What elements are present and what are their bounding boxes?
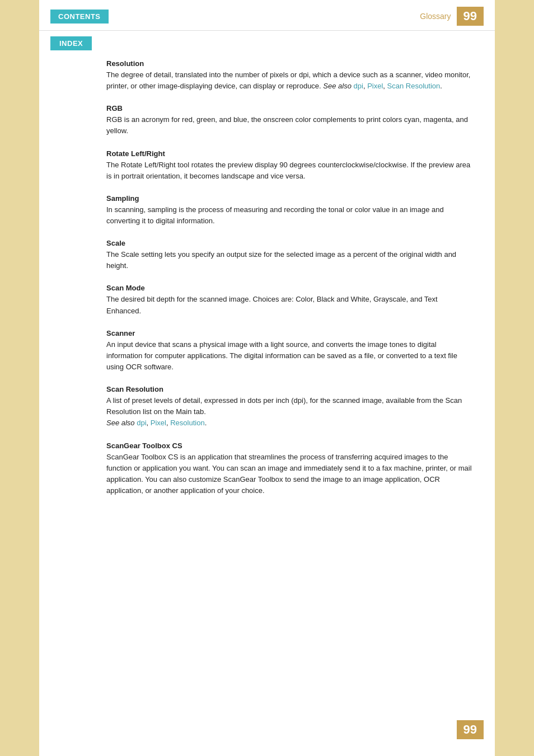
def-scanresolution: A list of preset levels of detail, expre… [106, 395, 472, 429]
def-scanmode: The desired bit depth for the scanned im… [106, 294, 472, 316]
page-number-top: 99 [457, 7, 484, 26]
term-scanner: Scanner [106, 329, 472, 337]
entry-scanresolution: Scan Resolution A list of preset levels … [106, 385, 472, 429]
entry-scangear: ScanGear Toolbox CS ScanGear Toolbox CS … [106, 442, 472, 497]
def-scale: The Scale setting lets you specify an ou… [106, 249, 472, 271]
term-scanmode: Scan Mode [106, 284, 472, 292]
entry-rgb: RGB RGB is an acronym for red, green, an… [106, 104, 472, 137]
entry-rotate: Rotate Left/Right The Rotate Left/Right … [106, 149, 472, 182]
term-scangear: ScanGear Toolbox CS [106, 442, 472, 450]
def-resolution: The degree of detail, translated into th… [106, 69, 472, 92]
term-resolution: Resolution [106, 59, 472, 68]
entry-scanmode: Scan Mode The desired bit depth for the … [106, 284, 472, 316]
entry-scale: Scale The Scale setting lets you specify… [106, 239, 472, 271]
link-pixel-2[interactable]: Pixel [151, 419, 166, 427]
nav-left: CONTENTS [50, 10, 109, 24]
right-strip [495, 0, 534, 756]
term-scale: Scale [106, 239, 472, 247]
def-rgb: RGB is an acronym for red, green, and bl… [106, 114, 472, 137]
left-strip [0, 0, 39, 756]
entry-sampling: Sampling In scanning, sampling is the pr… [106, 194, 472, 227]
term-rgb: RGB [106, 104, 472, 112]
def-sampling: In scanning, sampling is the process of … [106, 204, 472, 227]
link-dpi-2[interactable]: dpi [137, 419, 146, 427]
term-rotate: Rotate Left/Right [106, 149, 472, 158]
entry-resolution: Resolution The degree of detail, transla… [106, 59, 472, 92]
main-content: CONTENTS Glossary 99 INDEX Resolution Th… [39, 0, 495, 756]
top-nav: CONTENTS Glossary 99 [39, 0, 495, 31]
term-scanresolution: Scan Resolution [106, 385, 472, 393]
link-pixel-1[interactable]: Pixel [367, 82, 383, 90]
term-sampling: Sampling [106, 194, 472, 203]
def-scanner: An input device that scans a physical im… [106, 339, 472, 373]
contents-button[interactable]: CONTENTS [50, 10, 109, 24]
link-scanres-1[interactable]: Scan Resolution [387, 82, 441, 90]
def-rotate: The Rotate Left/Right tool rotates the p… [106, 159, 472, 182]
page-number-bottom: 99 [457, 720, 484, 739]
link-dpi-1[interactable]: dpi [354, 82, 363, 90]
content-body: Resolution The degree of detail, transla… [39, 59, 495, 531]
index-tab[interactable]: INDEX [50, 36, 92, 50]
page-container: CONTENTS Glossary 99 INDEX Resolution Th… [0, 0, 534, 756]
entry-scanner: Scanner An input device that scans a phy… [106, 329, 472, 373]
link-resolution-2[interactable]: Resolution [170, 419, 204, 427]
nav-right: Glossary 99 [420, 7, 484, 26]
def-scangear: ScanGear Toolbox CS is an application th… [106, 452, 472, 497]
bottom-area: 99 [457, 720, 484, 739]
glossary-label: Glossary [420, 12, 451, 21]
